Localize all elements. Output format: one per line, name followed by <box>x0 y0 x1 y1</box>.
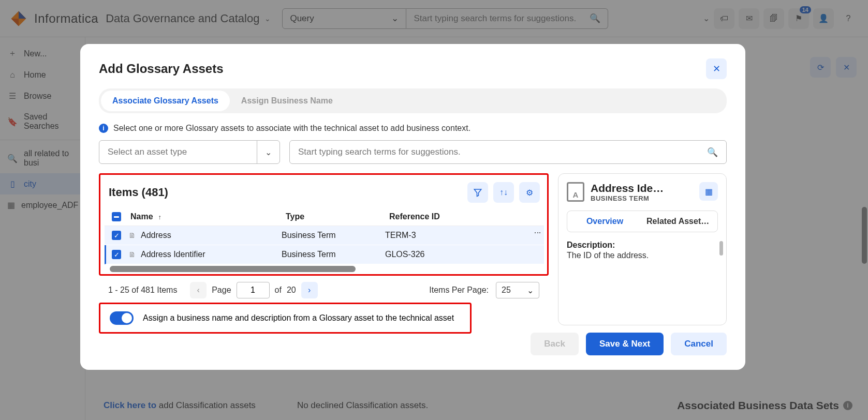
detail-tab-overview[interactable]: Overview <box>567 211 642 232</box>
info-text: Select one or more Glossary assets to as… <box>113 124 470 133</box>
total-pages: 20 <box>287 286 296 295</box>
asset-placeholder: Select an asset type <box>99 147 257 157</box>
modal-tabs: Associate Glossary Assets Assign Busines… <box>99 88 727 113</box>
detail-scrollbar[interactable] <box>719 241 723 256</box>
assign-toggle-row: Assign a business name and description f… <box>99 303 472 334</box>
select-all-checkbox[interactable] <box>112 212 121 221</box>
page-input[interactable] <box>237 282 270 298</box>
table-row[interactable]: ✓ 🗎 Address Identifier Business Term GLO… <box>105 245 544 264</box>
info-icon: i <box>99 124 108 133</box>
row-type: Business Term <box>282 231 385 240</box>
col-ref[interactable]: Reference ID <box>389 212 537 221</box>
desc-label: Description: <box>567 241 718 250</box>
detail-subtitle: BUSINESS TERM <box>591 194 664 202</box>
modal-footer: Back Save & Next Cancel <box>99 333 727 355</box>
horizontal-scrollbar[interactable] <box>110 266 356 272</box>
doc-icon: 🗎 <box>128 250 136 259</box>
tab-associate[interactable]: Associate Glossary Assets <box>101 91 230 111</box>
page-label: Page <box>212 286 231 295</box>
col-type[interactable]: Type <box>286 212 389 221</box>
table-row[interactable]: ✓ 🗎 Address Business Term TERM-3 ⋮ <box>105 226 544 245</box>
items-panel: Items (481) ↑↓ ⚙ Name↑ Type Reference ID… <box>99 173 549 276</box>
chevron-down-icon: ⌄ <box>257 141 279 163</box>
desc-value: The ID of the address. <box>567 251 718 260</box>
more-icon[interactable]: ⋮ <box>534 229 542 235</box>
ipp-label: Items Per Page: <box>429 286 489 295</box>
row-checkbox[interactable]: ✓ <box>112 231 121 240</box>
next-page-button[interactable]: › <box>301 282 318 298</box>
ipp-select[interactable]: 25⌄ <box>496 282 539 298</box>
row-ref: TERM-3 <box>385 231 537 240</box>
table-header: Name↑ Type Reference ID <box>105 208 544 226</box>
prev-page-button[interactable]: ‹ <box>190 282 207 298</box>
svg-marker-3 <box>474 189 481 197</box>
search-placeholder: Start typing search terms for suggestion… <box>298 147 461 157</box>
assign-toggle[interactable] <box>110 311 134 325</box>
sort-icon[interactable]: ↑↓ <box>493 182 514 203</box>
detail-tab-related[interactable]: Related Assets (… <box>642 211 717 232</box>
back-button[interactable]: Back <box>531 333 579 355</box>
add-glossary-modal: Add Glossary Assets ✕ Associate Glossary… <box>80 44 745 370</box>
detail-panel: A Address Ide… BUSINESS TERM ▦ Overview … <box>558 173 727 325</box>
row-name: Address Identifier <box>141 250 205 259</box>
pager-status: 1 - 25 of 481 Items <box>108 286 177 295</box>
items-title: Items (481) <box>109 186 168 199</box>
close-button[interactable]: ✕ <box>706 58 727 79</box>
asset-type-icon: A <box>567 182 584 202</box>
tab-assign[interactable]: Assign Business Name <box>230 91 344 111</box>
row-type: Business Term <box>282 250 385 259</box>
row-ref: GLOS-326 <box>385 250 537 259</box>
doc-icon: 🗎 <box>128 231 136 239</box>
of-label: of <box>275 286 282 295</box>
col-name[interactable]: Name <box>130 212 153 221</box>
ipp-value: 25 <box>502 286 511 295</box>
chevron-down-icon: ⌄ <box>527 286 534 295</box>
search-icon: 🔍 <box>707 147 718 158</box>
detail-title: Address Ide… <box>591 182 664 194</box>
row-checkbox[interactable]: ✓ <box>112 250 121 259</box>
row-name: Address <box>141 231 171 240</box>
save-next-button[interactable]: Save & Next <box>586 333 664 355</box>
toggle-label: Assign a business name and description f… <box>143 313 454 323</box>
open-detail-icon[interactable]: ▦ <box>699 182 718 201</box>
sort-asc-icon[interactable]: ↑ <box>158 213 162 221</box>
asset-type-select[interactable]: Select an asset type ⌄ <box>99 140 280 164</box>
settings-icon[interactable]: ⚙ <box>519 182 540 203</box>
modal-title: Add Glossary Assets <box>99 62 224 76</box>
asset-search-input[interactable]: Start typing search terms for suggestion… <box>289 140 727 164</box>
pagination: 1 - 25 of 481 Items ‹ Page of 20 › Items… <box>99 276 549 298</box>
cancel-button[interactable]: Cancel <box>671 333 727 355</box>
filter-icon[interactable] <box>467 182 488 203</box>
